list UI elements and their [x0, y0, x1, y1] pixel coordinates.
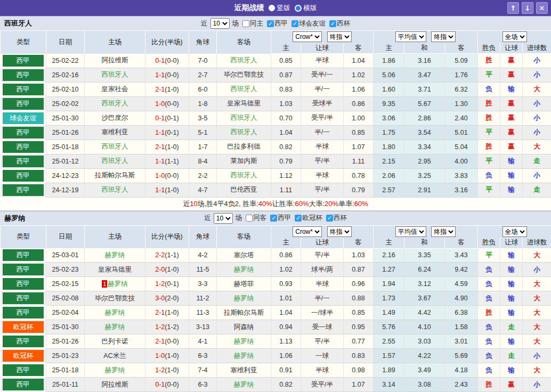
checkbox-icon[interactable] [242, 20, 249, 27]
result-win-draw-loss: 负 [478, 82, 500, 96]
copa-checkbox[interactable]: 西杯 [326, 214, 347, 223]
fulltime-select[interactable]: 全场 [503, 226, 527, 237]
checkbox-icon[interactable] [246, 215, 253, 222]
result-goals: 小 [523, 54, 551, 68]
home-team: AC米兰 [85, 349, 145, 363]
bookmaker-select[interactable]: Crow* [293, 226, 322, 237]
recent-count-select[interactable]: 10 [214, 213, 233, 224]
recent-count-select[interactable]: 10 [210, 18, 230, 29]
home-team: 西班牙人 [85, 183, 145, 197]
filter-bar: 近 10 场 同主 西甲 球会友谊 西杯 [201, 18, 350, 29]
bookmaker-select[interactable]: Crow* [293, 31, 322, 42]
match-type-badge: 西甲 [3, 292, 44, 304]
avg-draw-odds: 3.12 [404, 277, 445, 291]
close-button[interactable]: ✕ [536, 2, 548, 14]
same-venue-checkbox[interactable]: 同主 [242, 19, 263, 28]
up-arrow-icon: ↑ [511, 4, 516, 12]
final-odds-select[interactable]: 终指 [327, 226, 352, 237]
checkbox-icon[interactable] [267, 20, 274, 27]
radio-unselected-icon[interactable] [295, 5, 302, 12]
handicap-home-odds: 0.85 [271, 54, 301, 68]
avg-home-odds: 3.14 [374, 378, 404, 392]
match-date: 24-12-19 [46, 183, 85, 197]
avg-away-odds: 1.76 [445, 68, 478, 82]
result-win-draw-loss: 平 [478, 183, 500, 197]
avg-draw-odds: 3.25 [404, 168, 445, 183]
home-team: 巴列卡诺 [85, 334, 145, 349]
avg-home-odds: 2.16 [374, 248, 404, 263]
avg-home-odds: 1.60 [374, 82, 404, 96]
handicap-line: 平/半 [301, 154, 344, 168]
result-win-draw-loss: 平 [478, 68, 500, 82]
results-table-espanyol: 类型 日期 主场 比分(半场) 角球 客场 Crow* 终指 平均值 终指 全场 [0, 30, 551, 198]
recent-prefix-label: 近 [204, 214, 211, 223]
move-down-button[interactable]: ↓ [522, 2, 533, 14]
home-team: 西班牙人 [85, 154, 145, 168]
corner-count: 3-5 [189, 111, 217, 125]
col-header-home: 主场 [85, 31, 145, 54]
match-date: 25-02-08 [46, 291, 85, 306]
result-win-draw-loss: 负 [478, 263, 500, 277]
match-type-badge: 西甲 [3, 184, 44, 196]
vertical-layout-radio[interactable]: 竖版 [269, 4, 290, 13]
match-type-badge-cell: 西甲 [1, 306, 46, 320]
checkbox-icon[interactable] [295, 215, 302, 222]
friendly-checkbox[interactable]: 球会友谊 [291, 19, 326, 28]
handicap-home-odds: 1.01 [271, 291, 301, 306]
horizontal-layout-radio[interactable]: 横版 [295, 4, 317, 13]
col-header-corner: 角球 [189, 225, 217, 248]
handicap-away-odds: 0.96 [344, 277, 374, 291]
avg-draw-odds: 4.10 [404, 320, 445, 334]
radio-selected-icon[interactable] [269, 5, 275, 11]
score-cell: 1-2(0-1) [145, 277, 189, 291]
score-cell: 2-1(0-0) [145, 334, 189, 349]
copa-checkbox[interactable]: 西杯 [329, 19, 350, 28]
laliga-checkbox[interactable]: 西甲 [267, 19, 288, 28]
handicap-home-odds: 1.13 [271, 334, 301, 349]
score-cell: 1-2(1-0) [145, 363, 189, 378]
final-odds-select-2[interactable]: 终指 [431, 31, 456, 42]
home-team: 皇家社会 [85, 82, 145, 96]
average-select[interactable]: 平均值 [395, 226, 426, 237]
result-handicap: 输 [500, 154, 523, 168]
match-type-badge-cell: 西甲 [1, 154, 46, 168]
laliga-checkbox[interactable]: 西甲 [270, 214, 291, 223]
match-date: 25-02-23 [46, 263, 85, 277]
avg-home-odds: 2.15 [374, 154, 404, 168]
result-handicap: 输 [500, 277, 523, 291]
same-venue-checkbox[interactable]: 同客 [246, 214, 266, 223]
filter-bar: 近 10 场 同客 西甲 欧冠杯 西杯 [204, 213, 347, 224]
checkbox-icon[interactable] [270, 215, 277, 222]
match-type-badge-cell: 西甲 [1, 334, 46, 349]
average-dropdown-group: 平均值 终指 [374, 225, 478, 238]
sub-header-handicap-result: 让球 [500, 43, 523, 54]
match-date: 25-02-15 [46, 277, 85, 291]
corner-count: 4-2 [189, 248, 217, 263]
match-type-badge-cell: 西甲 [1, 140, 46, 154]
col-header-score: 比分(半场) [145, 31, 189, 54]
handicap-line: 半球 [301, 168, 344, 183]
score-cell: 1-1(0-1) [145, 125, 189, 140]
fulltime-select[interactable]: 全场 [503, 31, 527, 42]
checkbox-icon[interactable] [326, 215, 333, 222]
move-up-button[interactable]: ↑ [507, 2, 519, 14]
score-cell: 0-1(0-0) [145, 378, 189, 392]
avg-home-odds: 5.76 [374, 320, 404, 334]
final-odds-select[interactable]: 终指 [327, 31, 352, 42]
handicap-away-odds: 0.83 [344, 349, 374, 363]
checkbox-icon[interactable] [329, 20, 336, 27]
result-goals: 走 [523, 183, 551, 197]
match-type-badge: 欧冠杯 [3, 350, 44, 362]
match-type-badge-cell: 西甲 [1, 363, 46, 378]
table-row: 西甲 25-02-16 西班牙人 1-1(0-0) 2-7 毕尔巴鄂竞技 0.8… [1, 68, 551, 82]
sub-header-avg-draw: 和 [404, 43, 445, 54]
final-odds-select-2[interactable]: 终指 [431, 226, 456, 237]
average-select[interactable]: 平均值 [395, 31, 426, 42]
table-row: 西甲 24-12-23 拉斯帕尔马斯 1-0(0-0) 2-2 西班牙人 1.1… [1, 168, 551, 183]
ucl-checkbox[interactable]: 欧冠杯 [295, 214, 322, 223]
checkbox-icon[interactable] [291, 20, 298, 27]
away-team: 赫罗纳 [217, 263, 271, 277]
match-date: 25-01-18 [46, 363, 85, 378]
fulltime-dropdown-group: 全场 [478, 225, 551, 238]
sub-header-avg-draw: 和 [404, 238, 445, 248]
